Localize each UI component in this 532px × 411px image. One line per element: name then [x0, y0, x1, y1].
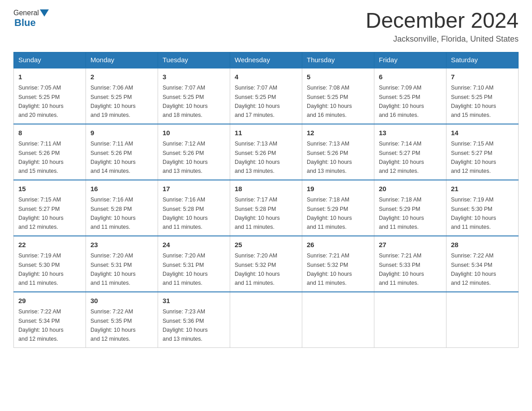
day-number: 24: [163, 240, 225, 250]
day-number: 30: [90, 296, 153, 306]
calendar-day-cell: 8 Sunrise: 7:11 AMSunset: 5:26 PMDayligh…: [14, 124, 86, 180]
calendar-week-row: 15 Sunrise: 7:15 AMSunset: 5:27 PMDaylig…: [14, 180, 519, 236]
location-subtitle: Jacksonville, Florida, United States: [365, 34, 519, 44]
day-number: 3: [163, 72, 225, 82]
calendar-day-cell: 3 Sunrise: 7:07 AMSunset: 5:25 PMDayligh…: [158, 68, 230, 124]
calendar-day-header: Friday: [374, 52, 446, 68]
day-info: Sunrise: 7:18 AMSunset: 5:29 PMDaylight:…: [307, 197, 352, 230]
day-number: 6: [379, 72, 442, 82]
day-info: Sunrise: 7:20 AMSunset: 5:32 PMDaylight:…: [235, 253, 280, 286]
day-info: Sunrise: 7:10 AMSunset: 5:25 PMDaylight:…: [451, 85, 496, 118]
calendar-day-header: Tuesday: [158, 52, 230, 68]
calendar-day-cell: 30 Sunrise: 7:22 AMSunset: 5:35 PMDaylig…: [86, 292, 158, 348]
day-info: Sunrise: 7:06 AMSunset: 5:25 PMDaylight:…: [90, 85, 136, 118]
day-info: Sunrise: 7:18 AMSunset: 5:29 PMDaylight:…: [379, 197, 424, 230]
calendar-day-cell: 16 Sunrise: 7:16 AMSunset: 5:28 PMDaylig…: [86, 180, 158, 236]
day-number: 17: [163, 184, 225, 194]
calendar-day-cell: 27 Sunrise: 7:21 AMSunset: 5:33 PMDaylig…: [374, 236, 446, 292]
day-number: 14: [451, 128, 514, 138]
calendar-day-cell: 24 Sunrise: 7:20 AMSunset: 5:31 PMDaylig…: [158, 236, 230, 292]
calendar-day-cell: 13 Sunrise: 7:14 AMSunset: 5:27 PMDaylig…: [374, 124, 446, 180]
calendar-day-header: Sunday: [14, 52, 86, 68]
calendar-day-cell: 11 Sunrise: 7:13 AMSunset: 5:26 PMDaylig…: [230, 124, 302, 180]
calendar-day-cell: [230, 292, 302, 348]
day-info: Sunrise: 7:08 AMSunset: 5:25 PMDaylight:…: [307, 85, 352, 118]
day-info: Sunrise: 7:11 AMSunset: 5:26 PMDaylight:…: [90, 141, 136, 174]
day-info: Sunrise: 7:09 AMSunset: 5:25 PMDaylight:…: [379, 85, 424, 118]
day-number: 11: [235, 128, 297, 138]
day-number: 15: [18, 184, 81, 194]
day-info: Sunrise: 7:19 AMSunset: 5:30 PMDaylight:…: [18, 253, 64, 286]
logo: General Blue: [13, 9, 50, 29]
calendar-day-cell: 21 Sunrise: 7:19 AMSunset: 5:30 PMDaylig…: [446, 180, 519, 236]
day-number: 13: [379, 128, 442, 138]
day-number: 5: [307, 72, 369, 82]
calendar-table: SundayMondayTuesdayWednesdayThursdayFrid…: [13, 52, 519, 348]
calendar-week-row: 8 Sunrise: 7:11 AMSunset: 5:26 PMDayligh…: [14, 124, 519, 180]
day-number: 29: [18, 296, 81, 306]
day-number: 28: [451, 240, 514, 250]
page-header: General Blue December 2024 Jacksonville,…: [13, 9, 519, 44]
day-info: Sunrise: 7:23 AMSunset: 5:36 PMDaylight:…: [163, 308, 208, 342]
calendar-day-cell: 29 Sunrise: 7:22 AMSunset: 5:34 PMDaylig…: [14, 292, 86, 348]
day-info: Sunrise: 7:21 AMSunset: 5:32 PMDaylight:…: [307, 253, 352, 286]
day-info: Sunrise: 7:11 AMSunset: 5:26 PMDaylight:…: [18, 141, 64, 174]
day-info: Sunrise: 7:20 AMSunset: 5:31 PMDaylight:…: [90, 253, 136, 286]
calendar-day-cell: 7 Sunrise: 7:10 AMSunset: 5:25 PMDayligh…: [446, 68, 519, 124]
day-info: Sunrise: 7:07 AMSunset: 5:25 PMDaylight:…: [235, 85, 280, 118]
month-title: December 2024: [365, 9, 519, 33]
day-number: 27: [379, 240, 442, 250]
day-number: 7: [451, 72, 514, 82]
calendar-day-cell: 28 Sunrise: 7:22 AMSunset: 5:34 PMDaylig…: [446, 236, 519, 292]
calendar-day-cell: 31 Sunrise: 7:23 AMSunset: 5:36 PMDaylig…: [158, 292, 230, 348]
calendar-day-cell: 22 Sunrise: 7:19 AMSunset: 5:30 PMDaylig…: [14, 236, 86, 292]
day-number: 22: [18, 240, 81, 250]
day-info: Sunrise: 7:16 AMSunset: 5:28 PMDaylight:…: [163, 197, 208, 230]
calendar-week-row: 1 Sunrise: 7:05 AMSunset: 5:25 PMDayligh…: [14, 68, 519, 124]
calendar-day-cell: 18 Sunrise: 7:17 AMSunset: 5:28 PMDaylig…: [230, 180, 302, 236]
day-number: 16: [90, 184, 153, 194]
day-info: Sunrise: 7:05 AMSunset: 5:25 PMDaylight:…: [18, 85, 64, 118]
day-info: Sunrise: 7:15 AMSunset: 5:27 PMDaylight:…: [18, 197, 64, 230]
calendar-day-cell: 19 Sunrise: 7:18 AMSunset: 5:29 PMDaylig…: [302, 180, 374, 236]
calendar-day-cell: 15 Sunrise: 7:15 AMSunset: 5:27 PMDaylig…: [14, 180, 86, 236]
day-number: 23: [90, 240, 153, 250]
day-info: Sunrise: 7:15 AMSunset: 5:27 PMDaylight:…: [451, 141, 496, 174]
day-info: Sunrise: 7:19 AMSunset: 5:30 PMDaylight:…: [451, 197, 496, 230]
calendar-day-cell: [374, 292, 446, 348]
calendar-day-cell: 1 Sunrise: 7:05 AMSunset: 5:25 PMDayligh…: [14, 68, 86, 124]
day-info: Sunrise: 7:16 AMSunset: 5:28 PMDaylight:…: [90, 197, 136, 230]
calendar-day-header: Wednesday: [230, 52, 302, 68]
logo-general-text: General: [13, 9, 39, 17]
calendar-day-cell: 14 Sunrise: 7:15 AMSunset: 5:27 PMDaylig…: [446, 124, 519, 180]
day-number: 18: [235, 184, 297, 194]
calendar-day-cell: 26 Sunrise: 7:21 AMSunset: 5:32 PMDaylig…: [302, 236, 374, 292]
day-info: Sunrise: 7:14 AMSunset: 5:27 PMDaylight:…: [379, 141, 424, 174]
calendar-day-cell: 25 Sunrise: 7:20 AMSunset: 5:32 PMDaylig…: [230, 236, 302, 292]
day-number: 26: [307, 240, 369, 250]
day-number: 31: [163, 296, 225, 306]
day-info: Sunrise: 7:13 AMSunset: 5:26 PMDaylight:…: [307, 141, 352, 174]
calendar-day-cell: 5 Sunrise: 7:08 AMSunset: 5:25 PMDayligh…: [302, 68, 374, 124]
day-info: Sunrise: 7:22 AMSunset: 5:34 PMDaylight:…: [18, 308, 64, 342]
calendar-week-row: 29 Sunrise: 7:22 AMSunset: 5:34 PMDaylig…: [14, 292, 519, 348]
day-number: 9: [90, 128, 153, 138]
calendar-day-header: Saturday: [446, 52, 519, 68]
calendar-day-cell: [446, 292, 519, 348]
calendar-day-cell: 6 Sunrise: 7:09 AMSunset: 5:25 PMDayligh…: [374, 68, 446, 124]
day-info: Sunrise: 7:22 AMSunset: 5:34 PMDaylight:…: [451, 253, 496, 286]
day-number: 8: [18, 128, 81, 138]
calendar-day-cell: 4 Sunrise: 7:07 AMSunset: 5:25 PMDayligh…: [230, 68, 302, 124]
day-number: 2: [90, 72, 153, 82]
calendar-day-cell: 23 Sunrise: 7:20 AMSunset: 5:31 PMDaylig…: [86, 236, 158, 292]
day-number: 19: [307, 184, 369, 194]
day-number: 10: [163, 128, 225, 138]
day-number: 20: [379, 184, 442, 194]
calendar-header-row: SundayMondayTuesdayWednesdayThursdayFrid…: [14, 52, 519, 68]
title-section: December 2024 Jacksonville, Florida, Uni…: [365, 9, 519, 44]
calendar-day-cell: 17 Sunrise: 7:16 AMSunset: 5:28 PMDaylig…: [158, 180, 230, 236]
calendar-day-cell: 12 Sunrise: 7:13 AMSunset: 5:26 PMDaylig…: [302, 124, 374, 180]
day-number: 1: [18, 72, 81, 82]
day-number: 12: [307, 128, 369, 138]
calendar-day-header: Monday: [86, 52, 158, 68]
